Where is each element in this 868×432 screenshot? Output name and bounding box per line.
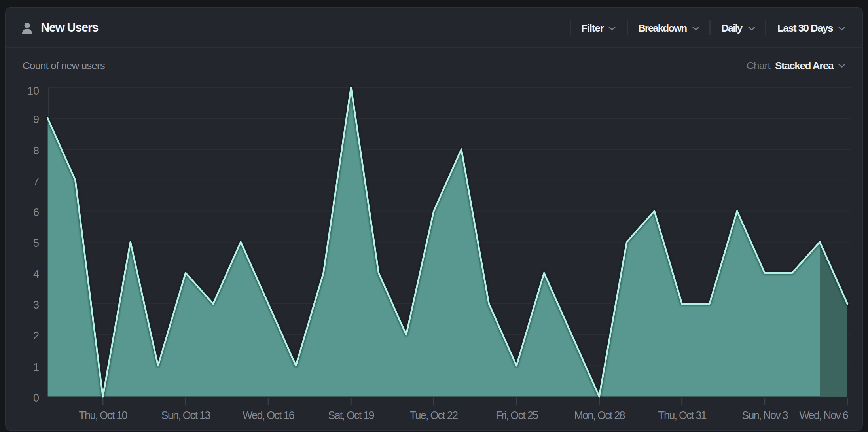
svg-text:3: 3 [33, 299, 39, 311]
svg-text:Thu, Oct 10: Thu, Oct 10 [79, 409, 127, 421]
svg-text:Fri, Oct 25: Fri, Oct 25 [496, 409, 538, 421]
svg-text:4: 4 [33, 268, 39, 280]
svg-text:Sun, Oct 13: Sun, Oct 13 [161, 409, 210, 421]
svg-text:Wed, Oct 16: Wed, Oct 16 [243, 409, 294, 421]
svg-text:5: 5 [33, 237, 39, 249]
svg-text:Thu, Oct 31: Thu, Oct 31 [658, 409, 706, 421]
svg-text:0: 0 [33, 392, 39, 404]
svg-text:6: 6 [33, 207, 39, 218]
svg-text:Tue, Oct 22: Tue, Oct 22 [410, 409, 458, 421]
svg-text:Sat, Oct 19: Sat, Oct 19 [328, 409, 374, 421]
svg-text:Wed, Nov 6: Wed, Nov 6 [799, 409, 848, 421]
svg-text:2: 2 [33, 330, 39, 342]
svg-text:1: 1 [33, 361, 39, 373]
svg-text:7: 7 [33, 176, 39, 188]
svg-text:10: 10 [27, 85, 39, 97]
svg-text:8: 8 [33, 145, 39, 157]
svg-text:Mon, Oct 28: Mon, Oct 28 [574, 409, 625, 421]
svg-text:Sun, Nov 3: Sun, Nov 3 [742, 409, 788, 421]
svg-text:9: 9 [33, 114, 39, 125]
